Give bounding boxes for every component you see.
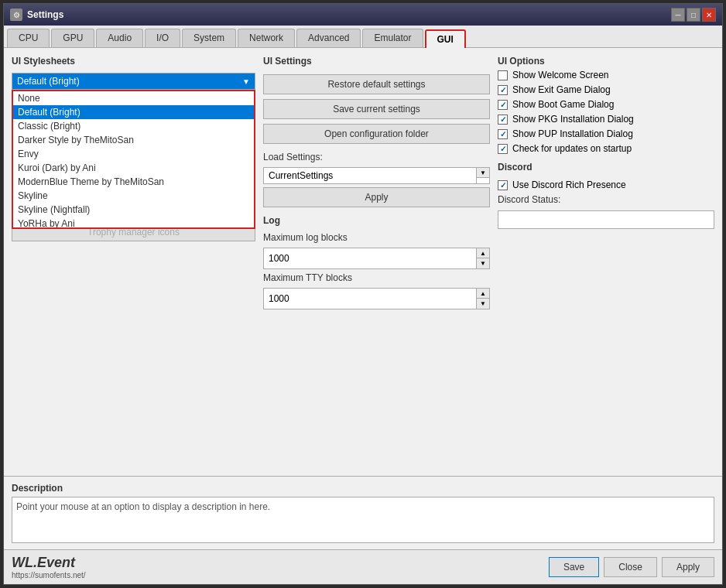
maximize-button[interactable]: □ (687, 8, 700, 22)
checkbox-discord-presence[interactable] (498, 180, 508, 190)
dropdown-item-modernblue[interactable]: ModernBlue Theme by TheMitoSan (13, 175, 254, 189)
dropdown-arrow-icon: ▼ (242, 77, 250, 86)
apply-button[interactable]: Apply (662, 557, 714, 577)
checkbox-pup-dialog-label: Show PUP Installation Dialog (512, 128, 633, 139)
dropdown-item-yorha[interactable]: YoRHa by Ani (13, 217, 254, 229)
checkbox-pkg-dialog[interactable] (498, 115, 508, 125)
settings-icon: ⚙ (10, 9, 22, 21)
checkbox-welcome[interactable] (498, 70, 508, 80)
dropdown-selected-text: Default (Bright) (17, 76, 80, 87)
max-log-blocks-input-container: ▲ ▼ (263, 248, 490, 269)
load-settings-apply-button[interactable]: Apply (263, 187, 490, 207)
ui-stylesheets-label: UI Stylesheets (12, 56, 255, 67)
description-text: Point your mouse at an option to display… (16, 501, 270, 512)
discord-label: Discord (498, 162, 714, 173)
max-log-blocks-down[interactable]: ▼ (477, 258, 489, 268)
dropdown-selected[interactable]: Default (Bright) ▼ (12, 73, 255, 90)
close-button[interactable]: ✕ (702, 8, 716, 22)
ui-settings-label: UI Settings (263, 56, 490, 67)
load-settings-dropdown[interactable]: ▼ (263, 167, 490, 184)
dropdown-item-none[interactable]: None (13, 91, 254, 105)
checkbox-updates-label: Check for updates on startup (512, 143, 632, 154)
main-content: UI Stylesheets Default (Bright) ▼ None D… (4, 48, 722, 476)
max-log-blocks-spinners: ▲ ▼ (476, 248, 489, 268)
load-settings-section: Load Settings: ▼ Apply (263, 152, 490, 207)
tab-cpu[interactable]: CPU (7, 29, 50, 47)
max-log-blocks-up[interactable]: ▲ (477, 248, 489, 258)
bottom-bar: WL.Event https://sumofents.net/ Save Clo… (4, 549, 722, 584)
checkbox-row-boot-dialog[interactable]: Show Boot Game Dialog (498, 99, 714, 110)
max-tty-blocks-input-container: ▲ ▼ (263, 288, 490, 309)
tab-bar: CPU GPU Audio I/O System Network Advance… (4, 26, 722, 48)
left-panel: UI Stylesheets Default (Bright) ▼ None D… (12, 56, 255, 468)
watermark-line1: WL.Event (12, 555, 86, 571)
minimize-button[interactable]: ─ (671, 8, 685, 22)
checkbox-row-discord-presence[interactable]: Use Discord Rich Presence (498, 179, 714, 190)
dropdown-list[interactable]: None Default (Bright) Classic (Bright) D… (12, 90, 255, 229)
ui-options-section: UI Options Show Welcome Screen Show Exit… (498, 56, 714, 154)
checkbox-pkg-dialog-label: Show PKG Installation Dialog (512, 114, 634, 125)
load-settings-arrow[interactable]: ▼ (477, 168, 489, 178)
title-bar-left: ⚙ Settings (10, 9, 63, 21)
ui-options-checkboxes: Show Welcome Screen Show Exit Game Dialo… (498, 70, 714, 154)
checkbox-row-pup-dialog[interactable]: Show PUP Installation Dialog (498, 128, 714, 139)
checkbox-exit-dialog[interactable] (498, 85, 508, 95)
max-log-blocks-input[interactable] (264, 248, 476, 268)
load-settings-label: Load Settings: (263, 152, 490, 162)
dropdown-item-darker-style[interactable]: Darker Style by TheMitoSan (13, 133, 254, 147)
max-tty-blocks-label: Maximum TTY blocks (263, 272, 490, 283)
checkbox-exit-dialog-label: Show Exit Game Dialog (512, 84, 611, 95)
restore-default-button[interactable]: Restore default settings (263, 74, 490, 94)
title-buttons: ─ □ ✕ (671, 8, 716, 22)
dropdown-item-skyline[interactable]: Skyline (13, 189, 254, 203)
watermark-line2: https://sumofents.net/ (12, 571, 86, 579)
tab-gui[interactable]: GUI (425, 29, 466, 48)
max-tty-blocks-input[interactable] (264, 289, 476, 309)
save-button[interactable]: Save (549, 557, 599, 577)
dropdown-item-kuroi-dark[interactable]: Kuroi (Dark) by Ani (13, 161, 254, 175)
tab-system[interactable]: System (182, 29, 236, 47)
tab-emulator[interactable]: Emulator (362, 29, 423, 47)
dropdown-item-classic-bright[interactable]: Classic (Bright) (13, 119, 254, 133)
tab-advanced[interactable]: Advanced (296, 29, 361, 47)
tab-audio[interactable]: Audio (96, 29, 143, 47)
max-tty-blocks-down[interactable]: ▼ (477, 299, 489, 309)
dropdown-item-skyline-nightfall[interactable]: Skyline (Nightfall) (13, 203, 254, 217)
load-settings-arrows: ▼ (476, 168, 489, 183)
window-title: Settings (27, 9, 63, 20)
checkbox-updates[interactable] (498, 144, 508, 154)
checkbox-discord-presence-label: Use Discord Rich Presence (512, 179, 626, 190)
tab-network[interactable]: Network (238, 29, 295, 47)
discord-status-input[interactable] (498, 210, 714, 229)
checkbox-pup-dialog[interactable] (498, 129, 508, 139)
ui-settings-section: UI Settings Restore default settings Sav… (263, 56, 490, 144)
checkbox-row-exit-dialog[interactable]: Show Exit Game Dialog (498, 84, 714, 95)
tab-gpu[interactable]: GPU (51, 29, 94, 47)
max-tty-blocks-spinners: ▲ ▼ (476, 289, 489, 309)
open-config-button[interactable]: Open configuration folder (263, 124, 490, 144)
save-current-button[interactable]: Save current settings (263, 99, 490, 119)
checkbox-boot-dialog[interactable] (498, 100, 508, 110)
log-label: Log (263, 215, 490, 226)
description-section: Description Point your mouse at an optio… (4, 476, 722, 549)
load-settings-input[interactable] (264, 168, 476, 183)
checkbox-boot-dialog-label: Show Boot Game Dialog (512, 99, 614, 110)
checkbox-welcome-label: Show Welcome Screen (512, 70, 609, 80)
bottom-buttons: Save Close Apply (549, 557, 714, 577)
max-tty-blocks-up[interactable]: ▲ (477, 289, 489, 299)
discord-status-label: Discord Status: (498, 194, 714, 205)
right-panel: UI Options Show Welcome Screen Show Exit… (498, 56, 714, 468)
close-button-bottom[interactable]: Close (604, 557, 657, 577)
description-box: Point your mouse at an option to display… (12, 497, 714, 543)
tab-io[interactable]: I/O (145, 29, 180, 47)
dropdown-item-envy[interactable]: Envy (13, 147, 254, 161)
checkbox-row-pkg-dialog[interactable]: Show PKG Installation Dialog (498, 114, 714, 125)
log-section: Log Maximum log blocks ▲ ▼ Maximum TTY b… (263, 215, 490, 309)
checkbox-row-updates[interactable]: Check for updates on startup (498, 143, 714, 154)
dropdown-item-default-bright[interactable]: Default (Bright) (13, 105, 254, 119)
checkbox-row-welcome[interactable]: Show Welcome Screen (498, 70, 714, 80)
stylesheet-dropdown[interactable]: Default (Bright) ▼ None Default (Bright)… (12, 73, 255, 90)
watermark: WL.Event https://sumofents.net/ (12, 555, 86, 579)
description-label: Description (12, 483, 714, 494)
settings-window: ⚙ Settings ─ □ ✕ CPU GPU Audio I/O Syste… (3, 3, 723, 585)
